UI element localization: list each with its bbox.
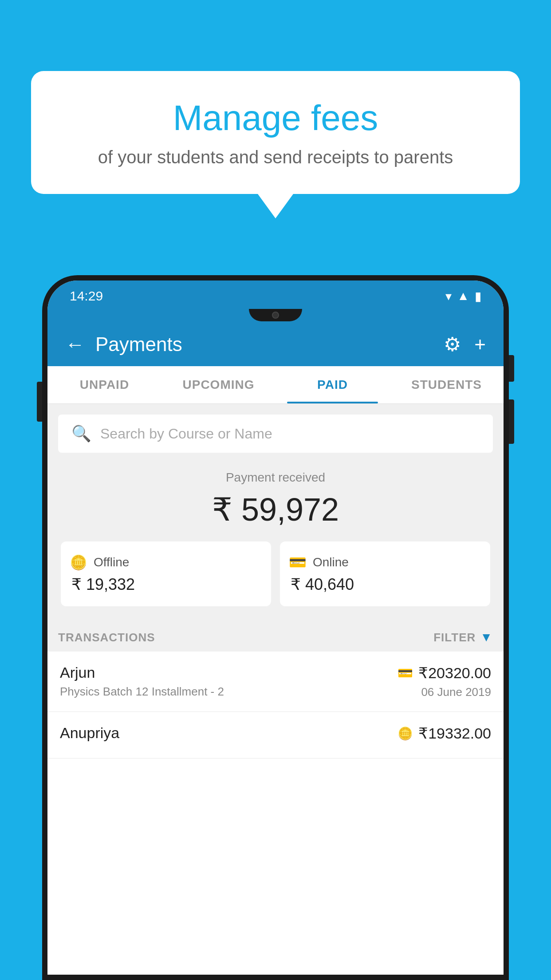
offline-amount: ₹ 19,332 xyxy=(70,575,262,594)
online-card-header: 💳 Online xyxy=(289,554,481,571)
payment-received-label: Payment received xyxy=(61,470,490,485)
phone-frame: 14:29 ▾ ▲ ▮ ← Payments ⚙ + xyxy=(42,275,509,980)
offline-label: Offline xyxy=(94,555,129,569)
speech-bubble-subtitle: of your students and send receipts to pa… xyxy=(67,147,484,167)
transaction-course-0: Physics Batch 12 Installment - 2 xyxy=(60,685,224,699)
add-icon[interactable]: + xyxy=(474,333,486,356)
transaction-amount-row-0: 💳 ₹20320.00 xyxy=(398,664,491,682)
transaction-right-1: 🪙 ₹19332.00 xyxy=(398,724,491,746)
offline-payment-card: 🪙 Offline ₹ 19,332 xyxy=(61,541,271,606)
volume-button xyxy=(37,382,42,422)
transaction-amount-1: ₹19332.00 xyxy=(418,724,491,742)
tab-paid[interactable]: PAID xyxy=(276,366,390,403)
speech-bubble-container: Manage fees of your students and send re… xyxy=(31,71,520,218)
transaction-row[interactable]: Arjun Physics Batch 12 Installment - 2 💳… xyxy=(47,652,504,712)
phone-screen: 14:29 ▾ ▲ ▮ ← Payments ⚙ + xyxy=(47,281,504,975)
battery-icon: ▮ xyxy=(475,289,481,304)
status-time: 14:29 xyxy=(70,288,103,304)
back-button[interactable]: ← xyxy=(65,335,85,354)
notch xyxy=(249,309,302,321)
search-bar-container[interactable]: 🔍 Search by Course or Name xyxy=(58,415,493,453)
tab-upcoming[interactable]: UPCOMING xyxy=(161,366,276,403)
signal-icon: ▲ xyxy=(457,289,469,303)
payment-cards: 🪙 Offline ₹ 19,332 💳 Online ₹ 40,640 xyxy=(61,541,490,606)
speech-bubble-title: Manage fees xyxy=(67,98,484,138)
transaction-amount-row-1: 🪙 ₹19332.00 xyxy=(398,724,491,742)
payment-total-amount: ₹ 59,972 xyxy=(61,491,490,528)
app-header: ← Payments ⚙ + xyxy=(47,322,504,366)
transaction-list: Arjun Physics Batch 12 Installment - 2 💳… xyxy=(47,652,504,975)
transaction-left-1: Anupriya xyxy=(60,724,119,745)
notch-area xyxy=(47,309,504,322)
transactions-header: TRANSACTIONS FILTER ▼ xyxy=(47,620,504,652)
transaction-name-0: Arjun xyxy=(60,664,224,681)
card-icon: 💳 xyxy=(289,554,307,571)
search-input[interactable]: Search by Course or Name xyxy=(100,426,272,442)
search-icon: 🔍 xyxy=(71,424,91,443)
transaction-row[interactable]: Anupriya 🪙 ₹19332.00 xyxy=(47,712,504,759)
online-payment-card: 💳 Online ₹ 40,640 xyxy=(280,541,490,606)
card-payment-icon: 💳 xyxy=(398,666,413,680)
status-bar: 14:29 ▾ ▲ ▮ xyxy=(47,281,504,309)
tabs-bar: UNPAID UPCOMING PAID STUDENTS xyxy=(47,366,504,404)
content-area: 🔍 Search by Course or Name Payment recei… xyxy=(47,404,504,975)
speech-bubble: Manage fees of your students and send re… xyxy=(31,71,520,194)
transaction-amount-0: ₹20320.00 xyxy=(418,664,491,682)
camera-dot xyxy=(272,312,279,319)
settings-icon[interactable]: ⚙ xyxy=(444,333,461,356)
page-title: Payments xyxy=(95,333,182,356)
online-amount: ₹ 40,640 xyxy=(289,575,481,594)
filter-icon: ▼ xyxy=(480,630,493,644)
cash-icon: 🪙 xyxy=(70,554,87,571)
speech-bubble-arrow xyxy=(258,194,293,218)
wifi-icon: ▾ xyxy=(445,289,452,304)
tab-unpaid[interactable]: UNPAID xyxy=(47,366,161,403)
offline-card-header: 🪙 Offline xyxy=(70,554,262,571)
transaction-right-0: 💳 ₹20320.00 06 June 2019 xyxy=(398,664,491,699)
power-button-bottom xyxy=(509,399,514,444)
payment-summary: Payment received ₹ 59,972 🪙 Offline ₹ 19… xyxy=(47,453,504,620)
header-right: ⚙ + xyxy=(444,333,486,356)
status-icons: ▾ ▲ ▮ xyxy=(445,289,481,304)
transaction-name-1: Anupriya xyxy=(60,724,119,742)
cash-payment-icon: 🪙 xyxy=(398,726,413,741)
filter-button[interactable]: FILTER ▼ xyxy=(433,630,493,644)
online-label: Online xyxy=(313,555,349,569)
tab-students[interactable]: STUDENTS xyxy=(390,366,504,403)
header-left: ← Payments xyxy=(65,333,182,356)
power-button-top xyxy=(509,355,514,382)
transaction-left-0: Arjun Physics Batch 12 Installment - 2 xyxy=(60,664,224,699)
filter-label: FILTER xyxy=(433,631,476,644)
transaction-date-0: 06 June 2019 xyxy=(398,685,491,699)
transactions-label: TRANSACTIONS xyxy=(58,631,155,644)
